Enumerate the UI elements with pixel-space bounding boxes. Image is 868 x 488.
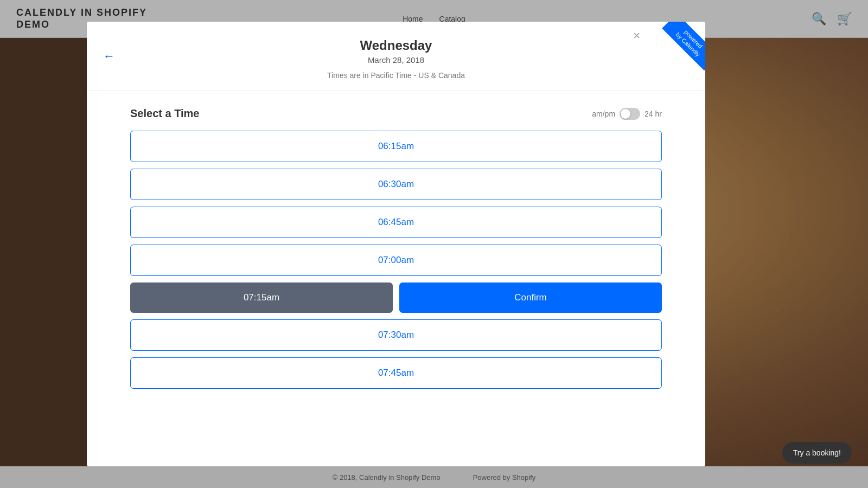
time-slot-0630[interactable]: 06:30am — [130, 169, 662, 200]
time-slot-0645[interactable]: 06:45am — [130, 207, 662, 238]
modal-timezone: Times are in Pacific Time - US & Canada — [87, 71, 705, 80]
selected-slot-row: 07:15am Confirm — [130, 282, 662, 313]
select-time-label: Select a Time — [130, 107, 199, 120]
time-slot-0615[interactable]: 06:15am — [130, 131, 662, 162]
time-slot-0730[interactable]: 07:30am — [130, 319, 662, 351]
time-select-header: Select a Time am/pm 24 hr — [130, 107, 662, 120]
modal-header: ← Wednesday March 28, 2018 Times are in … — [87, 22, 705, 91]
calendly-modal: powered by Calendly × ← Wednesday March … — [87, 22, 705, 466]
back-button[interactable]: ← — [103, 49, 115, 63]
modal-day: Wednesday — [87, 38, 705, 53]
time-slot-0745[interactable]: 07:45am — [130, 357, 662, 389]
format-ampm-label: am/pm — [592, 110, 615, 118]
confirm-button[interactable]: Confirm — [399, 282, 662, 313]
time-format-toggle: am/pm 24 hr — [592, 108, 662, 120]
time-slots-list: 06:15am 06:30am 06:45am 07:00am 07:15am … — [130, 131, 662, 389]
time-slot-0715-selected[interactable]: 07:15am — [130, 282, 393, 313]
modal-body: Select a Time am/pm 24 hr 06:15am 06:30a… — [87, 91, 705, 466]
format-24hr-label: 24 hr — [644, 110, 662, 118]
time-slot-0700[interactable]: 07:00am — [130, 245, 662, 276]
close-button[interactable]: × — [633, 30, 640, 42]
format-toggle-track[interactable] — [620, 108, 640, 120]
format-toggle-thumb — [621, 109, 630, 119]
modal-date: March 28, 2018 — [87, 55, 705, 65]
try-booking-button[interactable]: Try a booking! — [782, 442, 852, 464]
powered-ribbon: powered by Calendly — [646, 22, 705, 81]
powered-by-label: powered by Calendly — [662, 22, 705, 70]
